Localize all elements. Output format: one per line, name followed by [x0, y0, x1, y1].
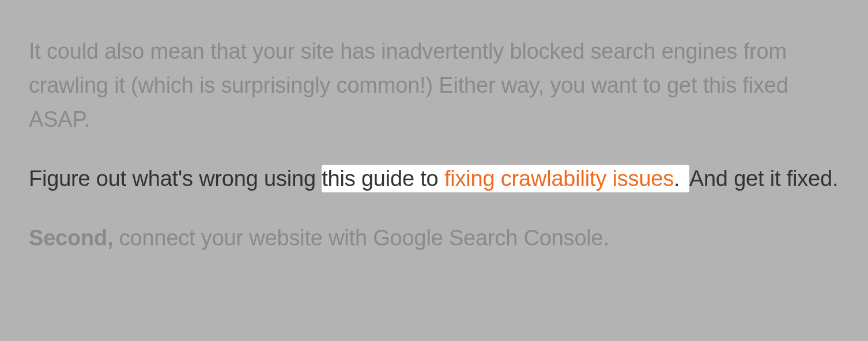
highlight-before-link: this guide to [322, 166, 444, 191]
paragraph-1-text: It could also mean that your site has in… [29, 39, 788, 131]
fixing-crawlability-link[interactable]: fixing crawlability issues [444, 166, 674, 191]
paragraph-3: Second, connect your website with Google… [29, 221, 839, 255]
paragraph-2: Figure out what's wrong using this guide… [29, 162, 839, 196]
paragraph-3-rest: connect your website with Google Search … [113, 226, 609, 250]
highlight-after-link: . [674, 166, 686, 191]
highlight-span: this guide to fixing crawlability issues… [322, 165, 689, 192]
paragraph-2-suffix: And get it fixed. [689, 166, 839, 191]
paragraph-3-bold: Second, [29, 226, 113, 250]
paragraph-1: It could also mean that your site has in… [29, 35, 839, 137]
paragraph-2-prefix: Figure out what's wrong using [29, 166, 322, 191]
document-body: It could also mean that your site has in… [0, 0, 868, 255]
